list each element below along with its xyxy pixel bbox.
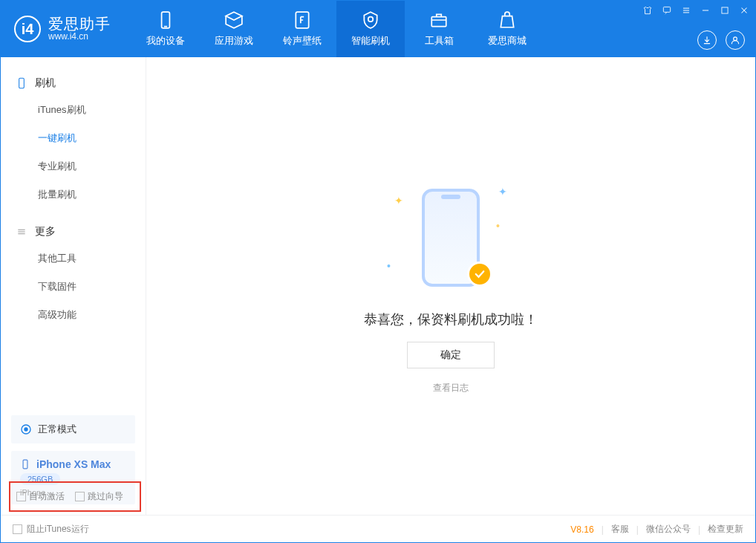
app-logo: i4 爱思助手 www.i4.cn bbox=[1, 16, 124, 42]
app-url: www.i4.cn bbox=[48, 32, 111, 42]
svg-rect-5 bbox=[663, 7, 670, 12]
sidebar-group-more: 更多 bbox=[1, 219, 146, 244]
view-log-link[interactable]: 查看日志 bbox=[433, 382, 469, 394]
svg-rect-4 bbox=[431, 17, 446, 27]
status-bar: 阻止iTunes运行 V8.16 | 客服 | 微信公众号 | 检查更新 bbox=[1, 515, 755, 543]
tab-label: 工具箱 bbox=[425, 34, 454, 48]
sidebar-item-download-firmware[interactable]: 下载固件 bbox=[1, 273, 146, 301]
header-actions bbox=[697, 30, 745, 50]
svg-rect-10 bbox=[722, 7, 728, 13]
device-name: iPhone XS Max bbox=[36, 458, 111, 470]
download-icon[interactable] bbox=[697, 30, 717, 50]
sparkle-icon: • bbox=[496, 220, 500, 232]
sparkle-icon: • bbox=[387, 260, 391, 272]
block-itunes-checkbox[interactable]: 阻止iTunes运行 bbox=[13, 523, 89, 536]
tab-label: 智能刷机 bbox=[351, 34, 390, 48]
tab-label: 爱思商城 bbox=[488, 34, 527, 48]
logo-badge-icon: i4 bbox=[14, 16, 41, 42]
svg-point-13 bbox=[734, 37, 737, 41]
main-content: ✦ ✦ • • 恭喜您，保资料刷机成功啦！ 确定 查看日志 bbox=[146, 57, 755, 515]
tab-toolbox[interactable]: 工具箱 bbox=[405, 1, 473, 57]
sidebar-item-oneclick-flash[interactable]: 一键刷机 bbox=[1, 124, 146, 152]
app-body: 刷机 iTunes刷机 一键刷机 专业刷机 批量刷机 更多 其他工具 下载固件 … bbox=[1, 57, 755, 515]
version-label: V8.16 bbox=[570, 524, 593, 535]
svg-rect-0 bbox=[162, 12, 170, 28]
sidebar-item-other-tools[interactable]: 其他工具 bbox=[1, 244, 146, 273]
tab-label: 我的设备 bbox=[146, 34, 185, 48]
ok-button[interactable]: 确定 bbox=[407, 342, 495, 368]
tab-store[interactable]: 爱思商城 bbox=[473, 1, 541, 57]
sidebar-group-flash: 刷机 bbox=[1, 71, 146, 96]
skip-guide-checkbox[interactable]: 跳过向导 bbox=[75, 490, 123, 503]
sparkle-icon: ✦ bbox=[394, 195, 403, 207]
wechat-link[interactable]: 微信公众号 bbox=[646, 523, 691, 536]
close-button[interactable] bbox=[739, 5, 749, 16]
main-tabs: 我的设备 应用游戏 铃声壁纸 智能刷机 工具箱 爱思商城 bbox=[131, 1, 541, 57]
app-header: i4 爱思助手 www.i4.cn 我的设备 应用游戏 铃声壁纸 智能刷机 工具… bbox=[1, 1, 755, 57]
sparkle-icon: ✦ bbox=[498, 186, 507, 198]
tab-ringtones-wallpapers[interactable]: 铃声壁纸 bbox=[268, 1, 336, 57]
tab-label: 应用游戏 bbox=[215, 34, 253, 48]
sidebar-item-advanced[interactable]: 高级功能 bbox=[1, 301, 146, 329]
flash-options-highlight: 自动激活 跳过向导 bbox=[9, 481, 141, 512]
sidebar-item-batch-flash[interactable]: 批量刷机 bbox=[1, 181, 146, 209]
user-icon[interactable] bbox=[726, 30, 745, 50]
sidebar: 刷机 iTunes刷机 一键刷机 专业刷机 批量刷机 更多 其他工具 下载固件 … bbox=[1, 57, 146, 515]
svg-point-3 bbox=[368, 17, 374, 22]
tab-smart-flash[interactable]: 智能刷机 bbox=[336, 1, 405, 57]
sidebar-item-itunes-flash[interactable]: iTunes刷机 bbox=[1, 96, 146, 124]
maximize-button[interactable] bbox=[720, 5, 730, 16]
checkmark-badge-icon bbox=[467, 261, 492, 287]
sidebar-item-pro-flash[interactable]: 专业刷机 bbox=[1, 152, 146, 181]
device-mode-row[interactable]: 正常模式 bbox=[11, 415, 135, 443]
group-title: 更多 bbox=[35, 225, 56, 238]
svg-rect-20 bbox=[23, 460, 27, 469]
customer-service-link[interactable]: 客服 bbox=[611, 523, 629, 536]
svg-point-19 bbox=[25, 428, 27, 431]
check-update-link[interactable]: 检查更新 bbox=[708, 523, 743, 536]
window-controls bbox=[642, 5, 749, 16]
svg-rect-14 bbox=[19, 78, 25, 88]
feedback-icon[interactable] bbox=[662, 5, 672, 16]
success-message: 恭喜您，保资料刷机成功啦！ bbox=[364, 310, 538, 328]
tab-my-device[interactable]: 我的设备 bbox=[131, 1, 200, 57]
tab-label: 铃声壁纸 bbox=[283, 34, 322, 48]
device-mode: 正常模式 bbox=[38, 423, 76, 436]
tab-apps-games[interactable]: 应用游戏 bbox=[200, 1, 268, 57]
group-title: 刷机 bbox=[35, 77, 56, 90]
menu-icon[interactable] bbox=[681, 5, 691, 16]
shirt-icon[interactable] bbox=[642, 5, 653, 16]
app-name: 爱思助手 bbox=[48, 16, 111, 32]
minimize-button[interactable] bbox=[700, 5, 711, 16]
auto-activate-checkbox[interactable]: 自动激活 bbox=[16, 490, 65, 503]
success-illustration: ✦ ✦ • • bbox=[369, 178, 532, 297]
